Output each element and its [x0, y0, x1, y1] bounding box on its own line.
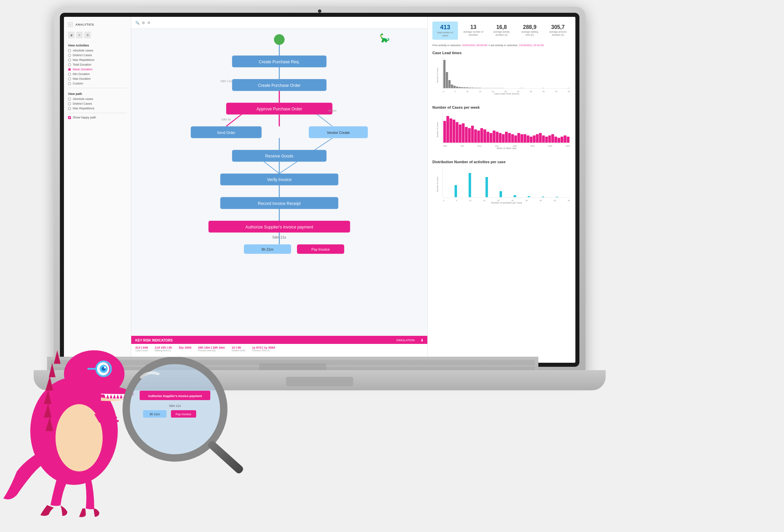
sidebar-item-distinct-cases-act[interactable]: Distinct Cases [64, 53, 131, 58]
x-tick-0: 0 [443, 90, 444, 92]
svg-rect-53 [499, 88, 501, 88]
svg-rect-108 [513, 195, 516, 197]
process-flow-svg: Create Purchase Req. Create Purchase Ord… [131, 29, 427, 336]
sidebar-title: ANALYTICS [75, 23, 94, 26]
svg-rect-109 [528, 196, 530, 197]
kri-value-5: 10 | 98 [231, 346, 245, 349]
sidebar-icon-3[interactable]: ⚙ [84, 32, 91, 38]
sidebar-item-total-dur[interactable]: Total Duration [64, 62, 131, 67]
x-tick-45: 45 [555, 90, 558, 92]
stat-value-avg-dur: 16,8 [492, 24, 512, 30]
svg-text:Vendor Create: Vendor Create [327, 131, 349, 135]
sidebar-item-max-rep-path[interactable]: Max Repetitions [64, 106, 131, 111]
kri-value-3: 32y 2004 [179, 346, 192, 349]
svg-rect-100 [564, 135, 566, 143]
act-tick-45: 45 [568, 199, 570, 201]
sidebar-icon-2[interactable]: ≡ [76, 32, 83, 38]
sidebar-item-max-rep-act[interactable]: Max Repetitions [64, 58, 131, 62]
fit-icon[interactable]: ⊞ [142, 21, 145, 25]
kri-label-5: Variant count [231, 349, 245, 352]
svg-rect-93 [542, 135, 545, 143]
svg-rect-84 [514, 135, 517, 143]
laptop-camera [318, 9, 321, 13]
kri-item-3: 32y 2004 [179, 346, 192, 352]
svg-rect-39 [464, 87, 466, 88]
sidebar-header: ‹ ANALYTICS [64, 21, 131, 28]
chart-lead-times: Number of cases 0 [432, 57, 571, 101]
activities-svg [443, 166, 571, 198]
sidebar-item-custom-act[interactable]: Custom [64, 81, 131, 86]
svg-rect-33 [449, 80, 451, 88]
svg-text:8h 21m: 8h 21m [261, 247, 273, 251]
sidebar-item-distinct-cases-path[interactable]: Distinct Cases [64, 101, 131, 106]
stat-label-avg-act: average number of activities [463, 30, 483, 36]
sidebar-item-min-dur[interactable]: Min Duration [64, 72, 131, 76]
sidebar-item-mean-dur[interactable]: Mean Duration [64, 67, 131, 72]
svg-rect-95 [548, 135, 551, 143]
chart3-y-label: Number of cases [437, 177, 439, 192]
sidebar-item-max-dur[interactable]: Max Duration [64, 76, 131, 81]
stat-card-avg-proc: 305,7 average process duration (h) [545, 22, 571, 40]
kri-item-6: 1y 87d | 1y 358d Process Time (T) [252, 346, 275, 352]
svg-rect-43 [474, 88, 476, 88]
svg-rect-65 [456, 122, 458, 143]
kri-value-4: 26h 18m | 28h 34m [198, 346, 225, 349]
svg-rect-34 [451, 84, 453, 88]
stat-card-avg-wait: 288,9 average waiting time (h) [517, 22, 542, 40]
svg-rect-49 [489, 88, 491, 88]
sidebar-collapse-btn[interactable]: ‹ [68, 22, 73, 27]
simulation-btn[interactable]: SIMULATION [393, 338, 418, 342]
date-separator: / Last activity in selection: [488, 44, 519, 47]
svg-rect-54 [501, 88, 504, 88]
svg-rect-63 [450, 118, 452, 143]
start-node [274, 34, 285, 45]
chart-title-per-week: Number of Cases per week [432, 105, 571, 109]
svg-rect-50 [491, 88, 494, 88]
week-tick-w41: W41 [566, 145, 570, 147]
laptop-trackpad-outer[interactable] [286, 377, 353, 386]
svg-rect-87 [524, 134, 526, 143]
svg-rect-37 [458, 87, 461, 88]
svg-text:Verify Invoice: Verify Invoice [267, 177, 292, 182]
first-date-link[interactable]: 01/01/2011 00:00:00 [462, 44, 487, 47]
svg-rect-58 [567, 88, 570, 88]
svg-rect-62 [447, 116, 449, 143]
x-tick-20: 20 [492, 90, 494, 92]
chart-title-activities: Distribution Number of activities per ca… [432, 160, 571, 164]
last-date-link[interactable]: 14/10/2011 15:31:00 [519, 44, 544, 47]
svg-marker-123 [54, 350, 61, 364]
svg-rect-56 [522, 88, 524, 88]
sidebar-icon-1[interactable]: ◉ [68, 32, 75, 38]
svg-rect-71 [474, 129, 477, 143]
sidebar-item-happy-path[interactable]: Show happy path [64, 115, 131, 120]
svg-rect-97 [555, 137, 557, 143]
svg-text:Record Invoice Receipt: Record Invoice Receipt [258, 201, 301, 206]
chart-section-activities: Distribution Number of activities per ca… [432, 160, 571, 209]
svg-rect-48 [486, 88, 488, 88]
svg-text:Send Order: Send Order [217, 131, 235, 135]
svg-rect-55 [519, 88, 522, 88]
chart1-x-axis-title: Case Lead Time (hours) [443, 92, 571, 95]
download-icon[interactable]: ⬇ [421, 338, 423, 342]
sidebar-item-abs-cases-act[interactable]: Absolute cases [64, 48, 131, 53]
svg-rect-67 [462, 123, 465, 143]
date-range: First activity in selection: 01/01/2011 … [432, 44, 571, 47]
svg-text:Create Purchase Order: Create Purchase Order [258, 83, 301, 88]
sidebar-item-abs-cases-path[interactable]: Absolute cases [64, 96, 131, 101]
svg-text:8h 21m: 8h 21m [150, 413, 160, 416]
svg-rect-92 [539, 133, 542, 143]
svg-rect-94 [545, 137, 548, 143]
analytics-panel: 413 total number of cases 13 average num… [427, 17, 576, 363]
svg-rect-105 [469, 173, 471, 197]
process-map-content: Create Purchase Req. Create Purchase Ord… [131, 29, 427, 336]
settings-icon[interactable]: ⚙ [147, 21, 150, 25]
svg-rect-40 [466, 87, 468, 88]
svg-rect-81 [505, 132, 508, 143]
magnifier-svg: Authorize Supplier's Invoice payment 5dm… [121, 357, 256, 498]
kri-label-4: Process time (A) [198, 349, 225, 352]
stat-card-avg-dur: 16,8 average activity duration (h) [489, 22, 514, 40]
svg-rect-35 [454, 86, 456, 88]
chart-title-lead-times: Case Lead times [432, 51, 571, 55]
svg-text:Pay Invoice: Pay Invoice [312, 247, 330, 251]
kri-value-6: 1y 87d | 1y 358d [252, 346, 275, 349]
